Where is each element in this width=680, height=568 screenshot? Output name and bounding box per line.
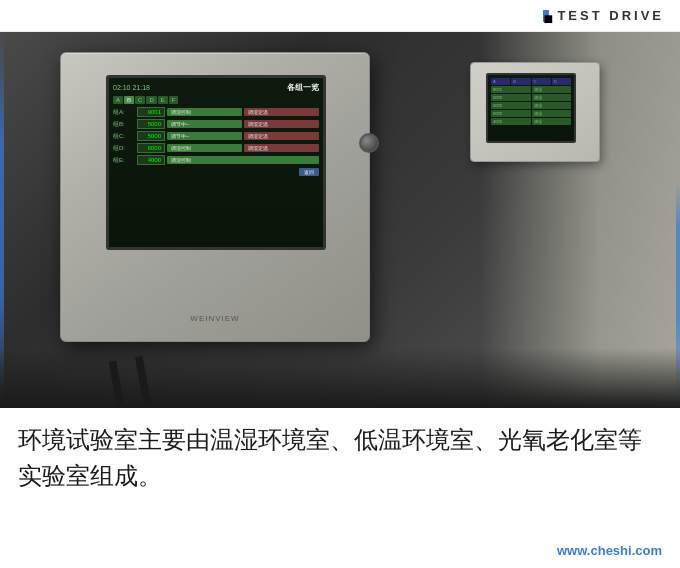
background-monitor-screen: A B C D 9001 调湿 5000 调湿 5000	[486, 73, 576, 143]
screen-row-2: 组B: 5000 调节中~ 调湿定温	[113, 119, 319, 129]
screen-header: 02:10 21:18 各组一览	[113, 82, 319, 93]
screen-inner: 02:10 21:18 各组一览 A B C D E F 组A: 9001	[109, 78, 323, 247]
screen-time: 02:10 21:18	[113, 84, 150, 91]
screen-main-title: 各组一览	[287, 82, 319, 93]
control-box: 02:10 21:18 各组一览 A B C D E F 组A: 9001	[60, 52, 370, 342]
control-screen: 02:10 21:18 各组一览 A B C D E F 组A: 9001	[106, 75, 326, 250]
screen-tab-a: A	[113, 96, 123, 104]
screen-footer: 返回	[113, 168, 319, 176]
screen-row-5: 组E: 4000 调湿控制	[113, 155, 319, 165]
mbg-row-6: 4000 调湿	[491, 118, 571, 125]
background-monitor: A B C D 9001 调湿 5000 调湿 5000	[470, 62, 600, 162]
mbg-row-1: A B C D	[491, 78, 571, 85]
screen-tab-b: B	[124, 96, 134, 104]
screen-tab-e: E	[158, 96, 168, 104]
screen-row-3: 组C: 5000 调节中~ 调湿定温	[113, 131, 319, 141]
screen-tab-d: D	[146, 96, 156, 104]
text-area: 环境试验室主要由温湿环境室、低温环境室、光氧老化室等实验室组成。 www.che…	[0, 408, 680, 568]
screen-tab-c: C	[135, 96, 145, 104]
control-knob	[359, 133, 379, 153]
photo-area: A B C D 9001 调湿 5000 调湿 5000	[0, 32, 680, 408]
weinview-brand: WEINVIEW	[190, 314, 239, 323]
screen-row-1: 组A: 9001 调湿控制 调湿定温	[113, 107, 319, 117]
header-accent-icon: ■	[543, 10, 549, 22]
main-container: ■ TEST DRIVE A B C D 9001 调湿	[0, 0, 680, 568]
main-description: 环境试验室主要由温湿环境室、低温环境室、光氧老化室等实验室组成。	[18, 422, 662, 494]
screen-tabs: A B C D E F	[113, 96, 319, 104]
mbg-row-4: 5000 调湿	[491, 102, 571, 109]
screen-tab-f: F	[169, 96, 179, 104]
background-screen-inner: A B C D 9001 调湿 5000 调湿 5000	[488, 75, 574, 141]
mbg-row-5: 6000 调湿	[491, 110, 571, 117]
mbg-row-3: 5000 调湿	[491, 94, 571, 101]
mbg-row-2: 9001 调湿	[491, 86, 571, 93]
footer-url: www.cheshi.com	[18, 543, 662, 558]
screen-row-4: 组D: 6000 调湿控制 调湿定温	[113, 143, 319, 153]
header-title: TEST DRIVE	[557, 8, 664, 23]
header-bar: ■ TEST DRIVE	[0, 0, 680, 32]
floor-area	[0, 348, 680, 408]
